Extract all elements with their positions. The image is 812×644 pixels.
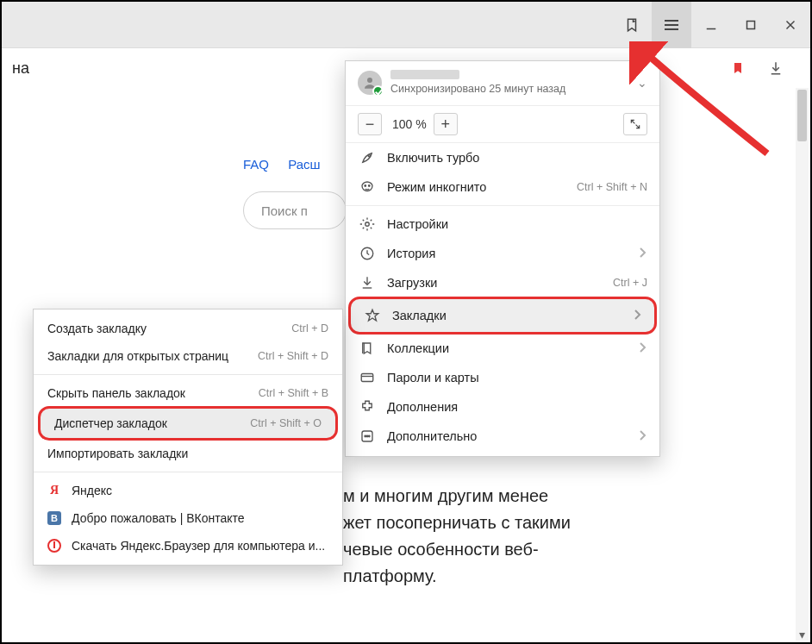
history-icon: [358, 246, 377, 261]
menu-item-bookmarks[interactable]: Закладки: [351, 299, 654, 332]
card-icon: [358, 370, 377, 385]
chevron-down-icon: ⌄: [637, 76, 647, 90]
svg-point-7: [369, 185, 371, 187]
svg-rect-10: [361, 374, 373, 382]
chevron-right-icon: [634, 309, 642, 322]
nav-link-ext[interactable]: Расш: [288, 157, 320, 172]
svg-point-6: [365, 185, 366, 187]
downloads-icon[interactable]: [757, 60, 795, 76]
search-placeholder: Поиск п: [261, 203, 308, 218]
menu-item-collections[interactable]: Коллекции: [346, 334, 659, 363]
puzzle-icon: [358, 399, 377, 415]
page-nav-links: FAQ Расш: [243, 157, 336, 172]
menu-item-settings[interactable]: Настройки: [346, 209, 659, 239]
gear-icon: [358, 216, 377, 232]
window-titlebar: [2, 2, 810, 48]
submenu-item-hide-bar[interactable]: Скрыть панель закладок Ctrl + Shift + B: [34, 379, 342, 407]
submenu-item-bookmark-manager[interactable]: Диспетчер закладок Ctrl + Shift + O: [41, 409, 335, 438]
svg-rect-1: [747, 21, 755, 28]
article-text-fragment: м и многим другим менее жет посоперничат…: [343, 483, 776, 590]
rocket-icon: [358, 150, 377, 166]
submenu-item-create-bookmark[interactable]: Создать закладку Ctrl + D: [34, 315, 342, 342]
zoom-level: 100 %: [385, 117, 434, 131]
window-close-button[interactable]: [771, 2, 810, 48]
collections-icon: [358, 341, 377, 356]
menu-item-incognito[interactable]: Режим инкогнито Ctrl + Shift + N: [346, 172, 659, 202]
menu-item-downloads[interactable]: Загрузки Ctrl + J: [346, 268, 659, 297]
nav-link-faq[interactable]: FAQ: [243, 157, 269, 172]
yandex-favicon: Я: [47, 484, 61, 497]
bookmark-entry-vk[interactable]: B Добро пожаловать | ВКонтакте: [34, 504, 342, 532]
svg-point-14: [369, 435, 371, 437]
chevron-right-icon: [639, 429, 647, 443]
account-name-redacted: [390, 70, 459, 79]
vertical-scrollbar[interactable]: ▴ ▾: [796, 88, 809, 641]
download-icon: [358, 275, 377, 291]
svg-point-13: [366, 435, 368, 437]
yabrowser-favicon: [47, 539, 61, 553]
scrollbar-thumb[interactable]: [797, 90, 807, 141]
menu-item-addons[interactable]: Дополнения: [346, 392, 659, 422]
page-title-fragment: на: [12, 59, 29, 78]
window-minimize-button[interactable]: [691, 2, 731, 48]
svg-point-12: [365, 435, 366, 437]
submenu-item-bookmark-open-tabs[interactable]: Закладки для открытых страниц Ctrl + Shi…: [34, 342, 342, 370]
chevron-right-icon: [639, 341, 647, 355]
main-menu-panel: Синхронизировано 25 минут назад ⌄ − 100 …: [345, 60, 660, 457]
svg-point-4: [367, 78, 372, 83]
window-maximize-button[interactable]: [731, 2, 771, 48]
hamburger-menu-button[interactable]: [652, 2, 691, 48]
bookmark-filled-icon[interactable]: [719, 59, 757, 77]
sync-status-text: Синхронизировано 25 минут назад: [390, 83, 637, 95]
search-input-fragment[interactable]: Поиск п: [243, 191, 347, 229]
zoom-in-button[interactable]: +: [434, 113, 458, 135]
zoom-row: − 100 % +: [346, 106, 659, 143]
star-icon: [363, 308, 382, 323]
vk-favicon: B: [47, 511, 61, 525]
svg-point-8: [365, 222, 370, 227]
menu-item-history[interactable]: История: [346, 239, 659, 268]
menu-item-passwords[interactable]: Пароли и карты: [346, 363, 659, 392]
menu-item-turbo[interactable]: Включить турбо: [346, 143, 659, 172]
bookmarks-submenu: Создать закладку Ctrl + D Закладки для о…: [33, 309, 343, 566]
incognito-icon: [358, 179, 377, 195]
zoom-out-button[interactable]: −: [358, 113, 382, 135]
menu-item-more[interactable]: Дополнительно: [346, 422, 659, 451]
submenu-item-import-bookmarks[interactable]: Импортировать закладки: [34, 440, 342, 467]
fullscreen-button[interactable]: [623, 113, 647, 135]
more-icon: [358, 428, 377, 444]
bookmark-entry-yandex[interactable]: Я Яндекс: [34, 477, 342, 504]
bookmark-outline-icon[interactable]: [612, 2, 652, 48]
svg-point-5: [368, 155, 370, 157]
chevron-right-icon: [639, 247, 647, 260]
sync-ok-badge: [372, 85, 384, 97]
sync-account-row[interactable]: Синхронизировано 25 минут назад ⌄: [346, 61, 659, 106]
bookmark-entry-yabrowser[interactable]: Скачать Яндекс.Браузер для компьютера и.…: [34, 532, 342, 560]
